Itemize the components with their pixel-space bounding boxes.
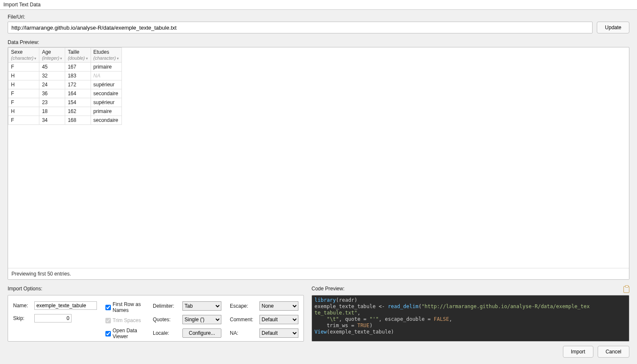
file-url-label: File/Url: xyxy=(8,14,629,20)
chevron-down-icon[interactable]: ▾ xyxy=(86,56,88,61)
column-header[interactable]: Taille(double)▾ xyxy=(65,48,91,63)
copy-clipboard-icon[interactable] xyxy=(623,286,629,293)
import-options-panel: Import Options: Name: Skip: xyxy=(8,286,304,342)
opt-col-2: First Row as Names Trim Spaces Open Data… xyxy=(105,301,144,335)
cell-etudes: supérieur xyxy=(91,98,121,107)
skip-input[interactable] xyxy=(34,314,72,323)
escape-label: Escape: xyxy=(230,303,257,309)
cell-taille: 162 xyxy=(65,107,91,116)
cell-age: 18 xyxy=(39,107,65,116)
window-title: Import Text Data xyxy=(3,2,41,8)
cell-sexe: F xyxy=(8,89,39,98)
code-preview-box[interactable]: library(readr) exemple_texte_tabule <- r… xyxy=(312,295,629,342)
cell-taille: 164 xyxy=(65,89,91,98)
column-header[interactable]: Age(integer)▾ xyxy=(39,48,65,63)
cell-sexe: F xyxy=(8,116,39,125)
data-preview-footer: Previewing first 50 entries. xyxy=(8,268,629,279)
escape-select[interactable]: None xyxy=(259,301,298,311)
column-type: (integer) xyxy=(42,55,59,61)
cell-age: 34 xyxy=(39,116,65,125)
first-row-check-input[interactable] xyxy=(105,305,111,310)
chevron-down-icon[interactable]: ▾ xyxy=(60,56,62,61)
column-name: Age xyxy=(42,49,62,55)
table-row: F45167primaire xyxy=(8,63,122,72)
cancel-button[interactable]: Cancel xyxy=(598,346,629,358)
cell-taille: 172 xyxy=(65,80,91,89)
table-row: F36164secondaire xyxy=(8,89,122,98)
cell-etudes: supérieur xyxy=(91,80,121,89)
cell-age: 45 xyxy=(39,63,65,72)
name-label: Name: xyxy=(13,303,32,309)
cell-etudes: primaire xyxy=(91,63,121,72)
cell-etudes: NA xyxy=(91,72,121,80)
first-row-checkbox[interactable]: First Row as Names xyxy=(105,301,144,313)
import-options-label: Import Options: xyxy=(8,286,42,292)
column-type: (character) xyxy=(94,55,116,61)
column-type: (character) xyxy=(11,55,33,61)
code-preview-panel: Code Preview: library(readr) exemple_tex… xyxy=(312,286,629,342)
cell-etudes: secondaire xyxy=(91,116,121,125)
data-preview-table: Sexe(character)▾Age(integer)▾Taille(doub… xyxy=(8,47,122,125)
open-viewer-check-input[interactable] xyxy=(105,331,111,336)
open-viewer-checkbox[interactable]: Open Data Viewer xyxy=(105,328,144,339)
delimiter-select[interactable]: Tab xyxy=(182,301,221,311)
import-button[interactable]: Import xyxy=(563,346,593,358)
window-titlebar: Import Text Data xyxy=(0,0,637,10)
locale-configure-button[interactable]: Configure... xyxy=(182,328,221,338)
cell-sexe: F xyxy=(8,63,39,72)
file-url-row: Update xyxy=(8,22,629,33)
column-type: (double) xyxy=(68,55,85,61)
footer-buttons: Import Cancel xyxy=(8,346,629,358)
code-preview-label: Code Preview: xyxy=(312,286,345,292)
import-options-box: Name: Skip: First Row as Names xyxy=(8,295,304,342)
file-url-input[interactable] xyxy=(8,22,593,33)
na-select[interactable]: Default xyxy=(259,328,298,338)
cell-taille: 183 xyxy=(65,72,91,80)
cell-etudes: primaire xyxy=(91,107,121,116)
column-name: Sexe xyxy=(11,49,36,55)
cell-sexe: F xyxy=(8,98,39,107)
cell-age: 36 xyxy=(39,89,65,98)
column-name: Etudes xyxy=(94,49,119,55)
first-row-label: First Row as Names xyxy=(113,301,144,313)
data-preview-box: Sexe(character)▾Age(integer)▾Taille(doub… xyxy=(8,47,629,280)
cell-taille: 168 xyxy=(65,116,91,125)
quotes-select[interactable]: Single (') xyxy=(182,315,221,324)
chevron-down-icon[interactable]: ▾ xyxy=(34,56,36,61)
name-input[interactable] xyxy=(34,301,97,310)
cell-sexe: H xyxy=(8,80,39,89)
cell-age: 23 xyxy=(39,98,65,107)
data-preview-scroll[interactable]: Sexe(character)▾Age(integer)▾Taille(doub… xyxy=(8,47,629,268)
column-header[interactable]: Etudes(character)▾ xyxy=(91,48,121,63)
cell-taille: 154 xyxy=(65,98,91,107)
opt-col-1: Name: Skip: xyxy=(13,301,97,335)
cell-etudes: secondaire xyxy=(91,89,121,98)
trim-spaces-checkbox: Trim Spaces xyxy=(105,317,144,323)
opt-col-4: Escape: None Comment: Default NA: xyxy=(230,301,298,335)
update-button[interactable]: Update xyxy=(597,22,629,33)
quotes-label: Quotes: xyxy=(153,317,180,323)
cell-age: 24 xyxy=(39,80,65,89)
table-row: F23154supérieur xyxy=(8,98,122,107)
opt-col-3: Delimiter: Tab Quotes: Single (') Locale… xyxy=(153,301,221,335)
cell-sexe: H xyxy=(8,72,39,80)
table-row: F34168secondaire xyxy=(8,116,122,125)
comment-label: Comment: xyxy=(230,317,257,323)
table-row: H32183NA xyxy=(8,72,122,80)
delimiter-label: Delimiter: xyxy=(153,303,180,309)
data-preview-label: Data Preview: xyxy=(8,39,629,45)
cell-taille: 167 xyxy=(65,63,91,72)
trim-spaces-label: Trim Spaces xyxy=(113,317,141,323)
na-label: NA: xyxy=(230,330,257,336)
column-header[interactable]: Sexe(character)▾ xyxy=(8,48,39,63)
open-viewer-label: Open Data Viewer xyxy=(113,328,144,339)
skip-label: Skip: xyxy=(13,315,32,321)
table-row: H24172supérieur xyxy=(8,80,122,89)
locale-label: Locale: xyxy=(153,330,180,336)
chevron-down-icon[interactable]: ▾ xyxy=(117,56,119,61)
column-name: Taille xyxy=(68,49,88,55)
cell-sexe: H xyxy=(8,107,39,116)
comment-select[interactable]: Default xyxy=(259,315,298,324)
cell-age: 32 xyxy=(39,72,65,80)
lower-panels: Import Options: Name: Skip: xyxy=(8,286,629,342)
